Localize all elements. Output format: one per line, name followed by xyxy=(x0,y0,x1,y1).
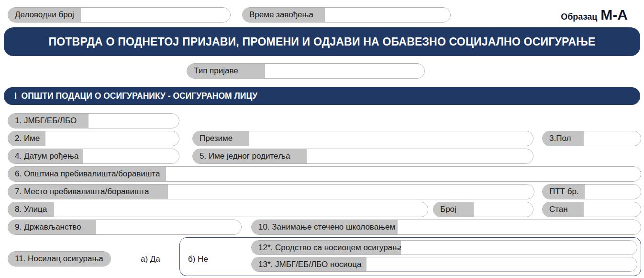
form-m-a: Деловодни број Време завођења Образац М-… xyxy=(0,0,644,278)
nosilac-label: 11. Носилац осигурања xyxy=(8,252,111,266)
nosilac-option-da[interactable]: а) Да xyxy=(141,255,160,264)
mesto-field: 7. Место пребивалишта/боравишта xyxy=(8,184,534,199)
prezime-field: Презиме xyxy=(192,131,533,146)
srodstvo-label: 12*. Сродство са носиоцем осигурања xyxy=(252,241,401,255)
zanimanje-input[interactable] xyxy=(398,220,641,234)
stan-label: Стан xyxy=(543,202,584,217)
ulica-input[interactable] xyxy=(54,202,428,217)
broj-input[interactable] xyxy=(474,202,533,217)
opstina-input[interactable] xyxy=(166,167,641,181)
ulica-field: 8. Улица xyxy=(8,202,428,217)
delovodni-broj-label: Деловодни број xyxy=(8,8,81,22)
broj-field: Број xyxy=(433,202,533,217)
srodstvo-field: 12*. Сродство са носиоцем осигурања xyxy=(251,240,637,255)
tip-prijave-input[interactable] xyxy=(265,64,424,78)
zanimanje-label: 10. Занимање стечено школовањем xyxy=(252,220,398,234)
vreme-zavodjenja-field: Време завођења xyxy=(242,7,451,23)
delovodni-broj-input[interactable] xyxy=(81,8,230,22)
datum-rodjenja-field: 4. Датум рођења xyxy=(8,149,179,164)
jmbg-nosioca-input[interactable] xyxy=(366,257,637,271)
opstina-field: 6. Општина пребивалишта/боравишта xyxy=(8,166,641,182)
jmbg-nosioca-label: 13*. ЈМБГ/ЕБ/ЛБО носиоца xyxy=(252,257,366,271)
stan-field: Стан xyxy=(542,202,641,217)
ime-roditelja-input[interactable] xyxy=(307,149,533,163)
pol-field: 3.Пол xyxy=(542,131,641,146)
jmbg-field: 1. ЈМБГ/ЕБ/ЛБО xyxy=(8,113,179,128)
prezime-input[interactable] xyxy=(249,131,533,146)
tip-prijave-field: Тип пријаве xyxy=(187,63,425,79)
tip-prijave-label: Тип пријаве xyxy=(187,64,265,78)
ime-roditelja-label: 5. Име једног родитеља xyxy=(193,149,307,163)
jmbg-label: 1. ЈМБГ/ЕБ/ЛБО xyxy=(8,114,89,128)
ime-input[interactable] xyxy=(45,131,179,146)
ime-field: 2. Име xyxy=(8,131,179,146)
srodstvo-input[interactable] xyxy=(401,241,637,255)
drzavljanstvo-label: 9. Држављанство xyxy=(8,220,96,234)
vreme-zavodjenja-input[interactable] xyxy=(325,8,450,22)
zanimanje-field: 10. Занимање стечено школовањем xyxy=(251,220,641,235)
drzavljanstvo-field: 9. Држављанство xyxy=(8,220,242,235)
mesto-input[interactable] xyxy=(168,185,534,199)
mesto-label: 7. Место пребивалишта/боравишта xyxy=(8,185,168,199)
ime-roditelja-field: 5. Име једног родитеља xyxy=(192,149,533,164)
stan-input[interactable] xyxy=(584,202,641,217)
jmbg-input[interactable] xyxy=(89,114,179,128)
form-code: Образац М-А xyxy=(561,7,628,23)
drzavljanstvo-input[interactable] xyxy=(96,220,241,234)
ptt-field: ПТТ бр. xyxy=(542,184,641,199)
nosilac-option-ne[interactable]: б) Не xyxy=(188,255,208,264)
section1-title: I ОПШТИ ПОДАЦИ О ОСИГУРАНИКУ - ОСИГУРАНО… xyxy=(14,91,257,101)
ime-label: 2. Име xyxy=(8,131,45,146)
datum-rodjenja-label: 4. Датум рођења xyxy=(8,149,83,163)
pol-input[interactable] xyxy=(584,131,641,146)
form-code-value: М-А xyxy=(600,7,628,23)
broj-label: Број xyxy=(433,202,474,217)
delovodni-broj-field: Деловодни број xyxy=(8,7,231,23)
form-title: ПОТВРДА О ПОДНЕТОЈ ПРИЈАВИ, ПРОМЕНИ И ОД… xyxy=(49,35,596,48)
vreme-zavodjenja-label: Време завођења xyxy=(243,8,325,22)
datum-rodjenja-input[interactable] xyxy=(83,149,179,163)
opstina-label: 6. Општина пребивалишта/боравишта xyxy=(8,167,166,181)
prezime-label: Презиме xyxy=(193,131,249,146)
jmbg-nosioca-field: 13*. ЈМБГ/ЕБ/ЛБО носиоца xyxy=(251,257,637,272)
form-code-label: Образац xyxy=(561,12,597,22)
ulica-label: 8. Улица xyxy=(8,202,54,217)
ptt-label: ПТТ бр. xyxy=(543,185,585,199)
pol-label: 3.Пол xyxy=(543,131,584,146)
ptt-input[interactable] xyxy=(585,185,641,199)
form-title-bar: ПОТВРДА О ПОДНЕТОЈ ПРИЈАВИ, ПРОМЕНИ И ОД… xyxy=(4,27,640,56)
section1-header: I ОПШТИ ПОДАЦИ О ОСИГУРАНИКУ - ОСИГУРАНО… xyxy=(4,87,640,105)
nosilac-field: 11. Носилац осигурања xyxy=(8,251,111,266)
